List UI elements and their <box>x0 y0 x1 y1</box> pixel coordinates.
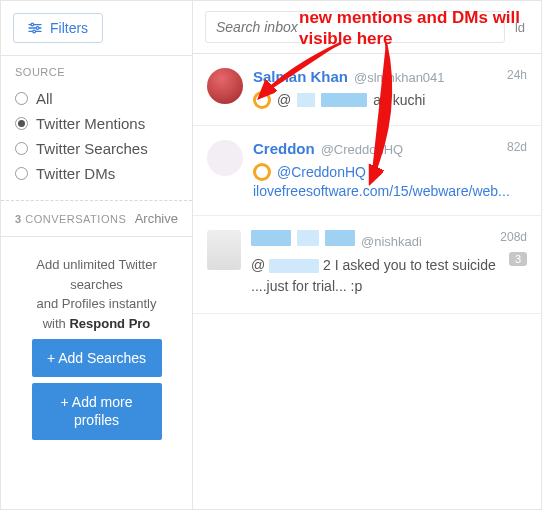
redacted-text <box>269 259 319 273</box>
radio-icon <box>15 92 28 105</box>
main-panel: ld Salman Khan @slmnkhan041 24h @ <box>193 1 541 509</box>
author-handle: @slmnkhan041 <box>354 70 445 85</box>
author-handle: @CreddonHQ <box>321 142 404 157</box>
source-option-label: All <box>36 90 53 107</box>
source-title: SOURCE <box>15 66 178 78</box>
message-preview: @ aa kuchi <box>253 91 527 109</box>
status-ring-icon <box>253 91 271 109</box>
source-option-label: Twitter DMs <box>36 165 115 182</box>
svg-point-5 <box>33 30 36 33</box>
avatar <box>207 140 243 176</box>
sort-label-fragment: ld <box>515 20 529 35</box>
author-name[interactable]: Salman Khan <box>253 68 348 85</box>
redacted-text <box>325 230 355 246</box>
search-bar: ld <box>193 1 541 54</box>
radio-icon <box>15 117 28 130</box>
source-option[interactable]: Twitter DMs <box>15 161 178 186</box>
avatar <box>207 68 243 104</box>
add-searches-button[interactable]: + Add Searches <box>32 339 162 377</box>
unread-badge: 3 <box>509 252 527 266</box>
url-link[interactable]: ilovefreesoftware.com/15/webware/web... <box>253 183 510 199</box>
filters-icon <box>28 22 42 34</box>
svg-point-1 <box>31 23 34 26</box>
redacted-text <box>251 230 291 246</box>
status-ring-icon <box>253 163 271 181</box>
promo-block: Add unlimited Twitter searches and Profi… <box>1 237 192 464</box>
redacted-text <box>297 230 319 246</box>
radio-icon <box>15 142 28 155</box>
sidebar: Filters SOURCE AllTwitter MentionsTwitte… <box>1 1 193 509</box>
timestamp: 208d <box>500 230 527 244</box>
svg-point-3 <box>36 27 39 30</box>
sidebar-top: Filters <box>1 1 192 56</box>
redacted-text <box>297 93 315 107</box>
promo-text: Add unlimited Twitter searches and Profi… <box>15 255 178 333</box>
mention-link[interactable]: @CreddonHQ <box>277 164 366 180</box>
timestamp: 24h <box>507 68 527 82</box>
search-input[interactable] <box>205 11 505 43</box>
avatar <box>207 230 241 270</box>
message-preview: @ 2 I asked you to test suicide ....just… <box>251 255 527 297</box>
conversation-item[interactable]: Creddon @CreddonHQ 82d @CreddonHQ ilovef… <box>193 126 541 216</box>
timestamp: 82d <box>507 140 527 154</box>
message-preview: @CreddonHQ <box>253 163 527 181</box>
author-name[interactable]: Creddon <box>253 140 315 157</box>
source-option-label: Twitter Mentions <box>36 115 145 132</box>
author-handle: @nishkadi <box>361 234 422 249</box>
filters-button[interactable]: Filters <box>13 13 103 43</box>
conversation-list[interactable]: Salman Khan @slmnkhan041 24h @ aa kuchi <box>193 54 541 509</box>
source-option[interactable]: All <box>15 86 178 111</box>
source-filter: SOURCE AllTwitter MentionsTwitter Search… <box>1 56 192 201</box>
redacted-text <box>321 93 367 107</box>
conversations-header: 3 CONVERSATIONS Archive <box>1 201 192 237</box>
add-profiles-button[interactable]: + Add more profiles <box>32 383 162 439</box>
source-option-label: Twitter Searches <box>36 140 148 157</box>
source-option[interactable]: Twitter Mentions <box>15 111 178 136</box>
source-option[interactable]: Twitter Searches <box>15 136 178 161</box>
archive-link[interactable]: Archive <box>135 211 178 226</box>
conversation-item[interactable]: @nishkadi 208d 3 @ 2 I asked you to test… <box>193 216 541 314</box>
conversations-count: 3 CONVERSATIONS <box>15 213 126 225</box>
filters-label: Filters <box>50 20 88 36</box>
radio-icon <box>15 167 28 180</box>
conversation-item[interactable]: Salman Khan @slmnkhan041 24h @ aa kuchi <box>193 54 541 126</box>
